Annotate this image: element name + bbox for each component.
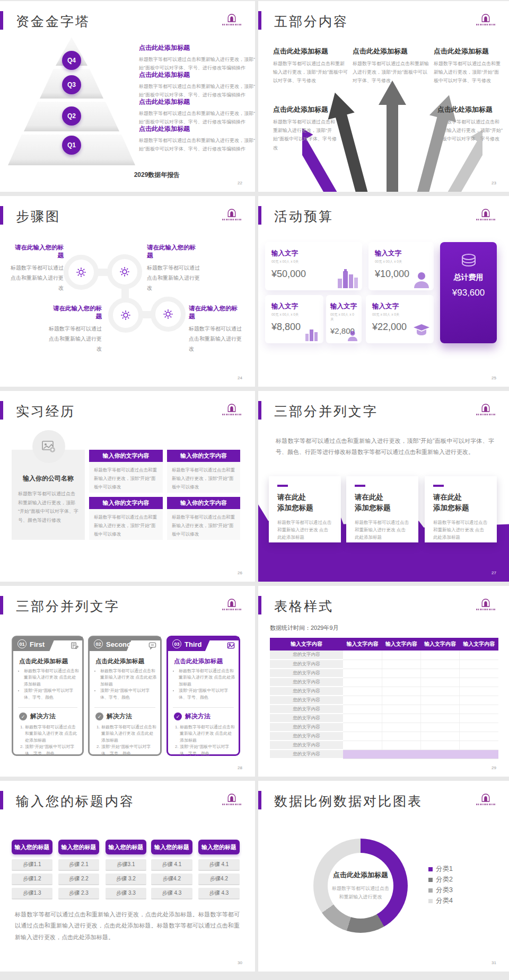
card-formula: 00元 x 00人 x 0天 bbox=[372, 313, 427, 317]
row-label: 您的文字内容 bbox=[270, 651, 343, 660]
legend-label: 分类3 bbox=[436, 886, 453, 895]
card-tab-strip bbox=[52, 637, 83, 640]
content-bar: 输入你的文字内容 bbox=[167, 450, 240, 462]
card-title-line2: 添加您标题 bbox=[277, 504, 313, 512]
card-title-line1: 请在此处 bbox=[433, 493, 462, 501]
step-text: 请在此输入您的标题 标题数字等都可以通过点击和重新输入进行更改 bbox=[49, 305, 102, 354]
text-card: 请在此处添加您标题 标题数字等都可以通过点击和重新输入进行更改 点击此处添加标题 bbox=[269, 476, 341, 542]
company-label: 输入你的公司名称 bbox=[12, 474, 85, 483]
school-logo-icon bbox=[480, 599, 491, 608]
content-bar-body: 标题数字等都可以通过点击和重新输入进行更改，顶部“开始”面板中可以修改 bbox=[167, 462, 240, 493]
content-block: 点击此处添加标题 标题数字等都可以通过点击和重新输入进行更改，顶部“开始”面板中… bbox=[273, 47, 348, 85]
total-label: 总计费用 bbox=[440, 273, 497, 282]
donut-chart: 点击此处添加标题 标题数字等都可以通过点击和重新输入进行更改 bbox=[313, 839, 408, 933]
item-body: 标题数字等都可以通过点击和重新输入进行更改 bbox=[11, 263, 64, 293]
column-header: 输入您的标题 bbox=[12, 840, 52, 854]
solution-label: 解决方法 bbox=[30, 712, 56, 721]
description-paragraph: 标题数字等都可以通过点击和重新输入进行更改，点击此处添加标题。标题数字等都可以通… bbox=[15, 909, 240, 943]
chart-center-title: 点击此处添加标题 bbox=[333, 870, 388, 880]
step-box: 步骤1.3 bbox=[12, 888, 52, 899]
school-logo-text bbox=[222, 24, 241, 25]
school-logo bbox=[222, 794, 241, 805]
budget-card-2: 输入文字 00元 x 00人 x 0天 ¥10,000 bbox=[368, 242, 434, 290]
title-accent-bar bbox=[258, 11, 261, 30]
legend-swatch bbox=[428, 899, 433, 903]
school-logo-icon bbox=[226, 599, 237, 608]
gear-icon bbox=[162, 308, 174, 320]
pyramid-item: 点击此处添加标题 标题数字等都可以通过点击和重新输入进行更改，顶部“开始”面板中… bbox=[139, 43, 255, 73]
item-body: 标题数字等都可以通过点击和重新输入进行更改，顶部“开始”面板中可以对字体、字号、… bbox=[139, 110, 255, 127]
bullet: 标题数字等都可以通过点击和重新输入进行更改 点击此处添加标题 bbox=[179, 668, 235, 688]
slide-title: 步骤图 bbox=[16, 208, 60, 225]
slide-28-three-cards[interactable]: 三部分并列文字 01 First 点击此处添加标题 标题数字等都可以通过点击和重… bbox=[0, 586, 255, 777]
table-row: 您的文字内容 bbox=[270, 678, 498, 687]
step-text: 请在此输入您的标题 标题数字等都可以通过点击和重新输入进行更改 bbox=[189, 305, 242, 354]
title-accent-bar bbox=[0, 11, 3, 30]
step-node-2 bbox=[107, 254, 142, 289]
table-row: 您的文字内容 bbox=[270, 705, 498, 714]
school-logo-text bbox=[476, 609, 495, 610]
column-header: 输入您的标题 bbox=[198, 840, 240, 854]
slide-title: 表格样式 bbox=[274, 598, 334, 615]
page-number: 22 bbox=[238, 181, 242, 185]
slide-title: 实习经历 bbox=[16, 403, 75, 420]
school-logo-icon bbox=[480, 14, 491, 23]
bullet: 顶部“开始”面板中可以对字体、字号、颜色 bbox=[100, 688, 157, 701]
row-label: 您的文字内容 bbox=[270, 732, 343, 741]
slide-24-step-diagram[interactable]: 步骤图 请在此输入您的标题 标题数字等都可以通过点击和重新输入进行更改 请在此输… bbox=[0, 196, 255, 387]
slide-25-budget[interactable]: 活动预算 输入文字 00元 x 00人 x 0天 ¥50,000 输入文字 00… bbox=[258, 196, 509, 387]
card-title-line1: 请在此处 bbox=[277, 493, 306, 501]
content-bar: 输入你的文字内容 bbox=[89, 497, 163, 509]
title-accent-bar bbox=[258, 401, 261, 420]
card-number: 03 bbox=[172, 639, 181, 648]
accent-dash bbox=[433, 485, 444, 487]
school-logo-icon bbox=[480, 209, 491, 218]
card-heading: 点击此处添加标题 bbox=[95, 657, 144, 665]
card-formula: 00元 x 00人 x 0天 bbox=[271, 260, 356, 264]
image-icon bbox=[42, 440, 56, 453]
check-icon: ✓ bbox=[174, 712, 182, 720]
slide-30-step-columns[interactable]: 输入您的标题内容 输入您的标题 输入您的标题 输入您的标题 输入您的标题 输入您… bbox=[0, 781, 255, 972]
school-logo-icon bbox=[480, 794, 491, 803]
school-logo-text bbox=[476, 414, 495, 415]
step-box: 步骤 3.2 bbox=[106, 874, 146, 885]
donut-center: 点击此处添加标题 标题数字等都可以通过点击和重新输入进行更改 bbox=[328, 853, 393, 919]
title-accent-bar bbox=[0, 401, 3, 420]
item-body: 标题数字等都可以通过点击和重新输入进行更改，顶部“开始”面板中可以对字体、字号修… bbox=[434, 59, 503, 85]
text-card: 请在此处添加您标题 标题数字等都可以通过点击和重新输入进行更改 点击此处添加标题 bbox=[425, 476, 497, 542]
image-placeholder bbox=[32, 430, 65, 463]
table-subtitle: 数据统计时间：2029年9月 bbox=[270, 624, 339, 632]
slide-27-three-parts[interactable]: 三部分并列文字 标题数字等都可以通过点击和重新输入进行更改，顶部“开始”面板中可… bbox=[258, 391, 509, 582]
row-label: 您的文字内容 bbox=[270, 723, 343, 732]
slide-22-fund-pyramid[interactable]: 资金金字塔 Q4 Q3 Q2 Q1 点击此处添加标题 标题数字等都可以通过点击和… bbox=[0, 1, 255, 192]
step-node-4 bbox=[151, 297, 186, 332]
pyramid-item: 点击此处添加标题 标题数字等都可以通过点击和重新输入进行更改，顶部“开始”面板中… bbox=[139, 70, 255, 100]
page-number: 25 bbox=[492, 376, 496, 380]
item-title: 点击此处添加标题 bbox=[273, 105, 338, 114]
school-logo-icon bbox=[226, 209, 237, 218]
text-card: 请在此处添加您标题 标题数字等都可以通过点击和重新输入进行更改 点击此处添加标题 bbox=[346, 476, 418, 542]
row-label: 您的文字内容 bbox=[270, 696, 343, 705]
company-body: 标题数字等都可以通过点击和重新输入进行更改，顶部“开始”面板中可以对字体、字号、… bbox=[18, 489, 80, 525]
numbered-card-first: 01 First 点击此处添加标题 标题数字等都可以通过点击和重新输入进行更改 … bbox=[12, 636, 84, 756]
intro-paragraph: 标题数字等都可以通过点击和重新输入进行更改，顶部“开始”面板中可以对字体、字号、… bbox=[276, 435, 494, 458]
slide-23-five-parts[interactable]: 五部分内容 点击此处添加标题 标题数字等都可以通过点击和重新输入进行更改，顶部“… bbox=[258, 1, 509, 192]
slide-29-table-style[interactable]: 表格样式 数据统计时间：2029年9月 输入文字内容 输入文字内容 输入文字内容… bbox=[258, 586, 509, 777]
content-block: 点击此处添加标题 标题数字等都可以通过点击和重新输入进行更改，顶部“开始”面板中… bbox=[437, 105, 504, 144]
title-accent-bar bbox=[258, 791, 261, 809]
content-block: 点击此处添加标题 标题数字等都可以通过点击和重新输入进行更改，顶部“开始”面板中… bbox=[273, 105, 338, 152]
slide-31-donut-chart[interactable]: 数据比例数据对比图表 点击此处添加标题 标题数字等都可以通过点击和重新输入进行更… bbox=[258, 781, 509, 972]
accent-dash bbox=[277, 485, 288, 487]
slide-title: 三部分并列文字 bbox=[274, 403, 378, 420]
slide-title: 活动预算 bbox=[274, 208, 334, 225]
divider bbox=[173, 707, 234, 708]
numbered-card-third: 03 Third 点击此处添加标题 标题数字等都可以通过点击和重新输入进行更改 … bbox=[166, 636, 240, 756]
school-logo bbox=[222, 209, 241, 220]
slide-26-internship[interactable]: 实习经历 输入你的公司名称 标题数字等都可以通过点击和重新输入进行更改，顶部“开… bbox=[0, 391, 255, 582]
bullet: 标题数字等都可以通过点击和重新输入进行更改 点击此处添加标题 bbox=[24, 668, 79, 688]
budget-card-4: 输入文字 00元 x 00人 x 0天 ¥2,800 bbox=[326, 295, 362, 343]
card-body: 标题数字等都可以通过点击和重新输入进行更改 点击此处添加标题 bbox=[433, 519, 488, 541]
school-logo-text bbox=[476, 24, 495, 25]
divider bbox=[18, 707, 77, 708]
solution-step: 顶部“开始”面板中可以对字体、字号、颜色 bbox=[180, 744, 235, 757]
